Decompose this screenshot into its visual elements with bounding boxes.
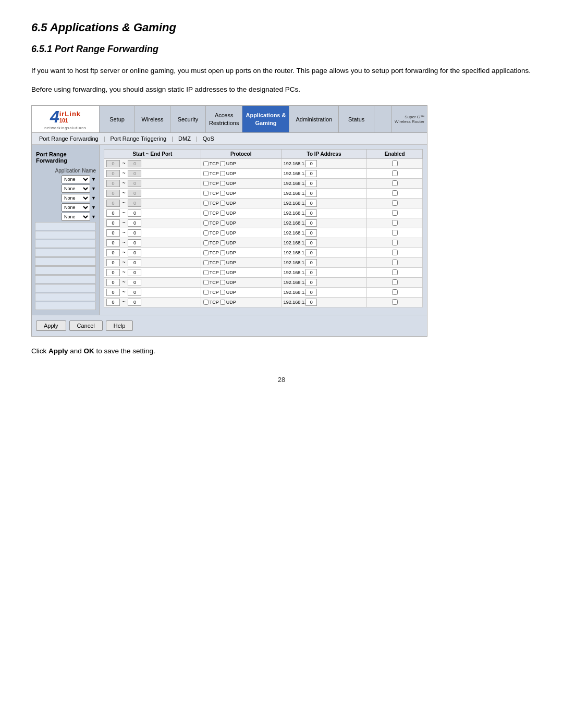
ip-last-input-9[interactable] <box>305 249 317 256</box>
udp-checkbox-11[interactable] <box>220 270 225 275</box>
enabled-checkbox-9[interactable] <box>392 250 398 255</box>
enabled-checkbox-12[interactable] <box>392 279 398 285</box>
start-port-input-12[interactable] <box>106 279 120 286</box>
tcp-checkbox-1[interactable] <box>203 171 209 176</box>
udp-checkbox-0[interactable] <box>220 161 225 166</box>
udp-checkbox-3[interactable] <box>220 191 225 196</box>
end-port-input-3[interactable] <box>128 190 141 197</box>
tcp-checkbox-14[interactable] <box>203 300 209 305</box>
tab-applications-gaming[interactable]: Applications &Gaming <box>242 106 289 132</box>
start-port-input-8[interactable] <box>106 239 120 246</box>
app-name-select-2[interactable]: None <box>62 194 90 202</box>
udp-checkbox-12[interactable] <box>220 280 225 285</box>
tab-administration[interactable]: Administration <box>289 106 339 132</box>
end-port-input-11[interactable] <box>128 269 141 276</box>
end-port-input-8[interactable] <box>128 239 141 246</box>
tab-security[interactable]: Security <box>170 106 206 132</box>
enabled-checkbox-0[interactable] <box>392 161 398 166</box>
end-port-input-0[interactable] <box>128 160 141 167</box>
udp-checkbox-14[interactable] <box>220 300 225 305</box>
start-port-input-1[interactable] <box>106 170 120 177</box>
end-port-input-5[interactable] <box>128 209 141 217</box>
start-port-input-14[interactable] <box>106 299 120 306</box>
start-port-input-6[interactable] <box>106 219 120 227</box>
tab-access-restrictions[interactable]: AccessRestrictions <box>206 106 242 132</box>
enabled-checkbox-7[interactable] <box>392 230 398 236</box>
end-port-input-10[interactable] <box>128 259 141 266</box>
end-port-input-12[interactable] <box>128 279 141 286</box>
tcp-checkbox-12[interactable] <box>203 280 209 285</box>
start-port-input-7[interactable] <box>106 229 120 237</box>
subnav-dmz[interactable]: DMZ <box>175 134 194 143</box>
enabled-checkbox-11[interactable] <box>392 269 398 275</box>
enabled-checkbox-2[interactable] <box>392 180 398 186</box>
start-port-input-10[interactable] <box>106 259 120 266</box>
ip-last-input-5[interactable] <box>305 209 317 217</box>
enabled-checkbox-6[interactable] <box>392 220 398 226</box>
udp-checkbox-6[interactable] <box>220 220 225 226</box>
tcp-checkbox-2[interactable] <box>203 181 209 186</box>
start-port-input-2[interactable] <box>106 180 120 187</box>
apply-button[interactable]: Apply <box>36 320 66 331</box>
tab-status[interactable]: Status <box>339 106 374 132</box>
start-port-input-9[interactable] <box>106 249 120 256</box>
ip-last-input-3[interactable] <box>305 190 317 197</box>
ip-last-input-0[interactable] <box>305 160 317 167</box>
start-port-input-5[interactable] <box>106 209 120 217</box>
tab-setup[interactable]: Setup <box>100 106 135 132</box>
udp-checkbox-13[interactable] <box>220 290 225 295</box>
enabled-checkbox-4[interactable] <box>392 200 398 206</box>
ip-last-input-4[interactable] <box>305 200 317 207</box>
end-port-input-9[interactable] <box>128 249 141 256</box>
subnav-port-range-triggering[interactable]: Port Range Triggering <box>107 134 170 143</box>
cancel-button[interactable]: Cancel <box>69 320 103 331</box>
ip-last-input-12[interactable] <box>305 279 317 286</box>
ip-last-input-13[interactable] <box>305 289 317 296</box>
start-port-input-0[interactable] <box>106 160 120 167</box>
end-port-input-4[interactable] <box>128 200 141 207</box>
start-port-input-4[interactable] <box>106 200 120 207</box>
ip-last-input-8[interactable] <box>305 239 317 246</box>
ip-last-input-6[interactable] <box>305 219 317 227</box>
subnav-port-range-forwarding[interactable]: Port Range Forwarding <box>36 134 102 143</box>
tcp-checkbox-11[interactable] <box>203 270 209 275</box>
ip-last-input-1[interactable] <box>305 170 317 177</box>
end-port-input-1[interactable] <box>128 170 141 177</box>
start-port-input-13[interactable] <box>106 289 120 296</box>
tcp-checkbox-9[interactable] <box>203 250 209 255</box>
tcp-checkbox-5[interactable] <box>203 211 209 216</box>
app-name-select-1[interactable]: None <box>62 184 90 193</box>
enabled-checkbox-14[interactable] <box>392 299 398 305</box>
start-port-input-11[interactable] <box>106 269 120 276</box>
tcp-checkbox-6[interactable] <box>203 220 209 226</box>
udp-checkbox-5[interactable] <box>220 211 225 216</box>
tcp-checkbox-0[interactable] <box>203 161 209 166</box>
enabled-checkbox-1[interactable] <box>392 170 398 176</box>
tcp-checkbox-4[interactable] <box>203 201 209 206</box>
ip-last-input-10[interactable] <box>305 259 317 266</box>
tcp-checkbox-8[interactable] <box>203 240 209 245</box>
tcp-checkbox-7[interactable] <box>203 230 209 236</box>
start-port-input-3[interactable] <box>106 190 120 197</box>
enabled-checkbox-8[interactable] <box>392 240 398 245</box>
help-button[interactable]: Help <box>106 320 133 331</box>
app-name-select-4[interactable]: None <box>62 213 90 221</box>
tcp-checkbox-10[interactable] <box>203 260 209 265</box>
enabled-checkbox-10[interactable] <box>392 260 398 265</box>
tab-wireless[interactable]: Wireless <box>135 106 170 132</box>
tcp-checkbox-3[interactable] <box>203 191 209 196</box>
udp-checkbox-1[interactable] <box>220 171 225 176</box>
udp-checkbox-8[interactable] <box>220 240 225 245</box>
enabled-checkbox-13[interactable] <box>392 289 398 295</box>
subnav-qos[interactable]: QoS <box>200 134 217 143</box>
end-port-input-2[interactable] <box>128 180 141 187</box>
end-port-input-13[interactable] <box>128 289 141 296</box>
app-name-select-0[interactable]: None <box>62 175 90 183</box>
ip-last-input-2[interactable] <box>305 180 317 187</box>
udp-checkbox-4[interactable] <box>220 201 225 206</box>
end-port-input-6[interactable] <box>128 219 141 227</box>
udp-checkbox-10[interactable] <box>220 260 225 265</box>
ip-last-input-7[interactable] <box>305 229 317 237</box>
enabled-checkbox-5[interactable] <box>392 210 398 216</box>
ip-last-input-14[interactable] <box>305 299 317 306</box>
